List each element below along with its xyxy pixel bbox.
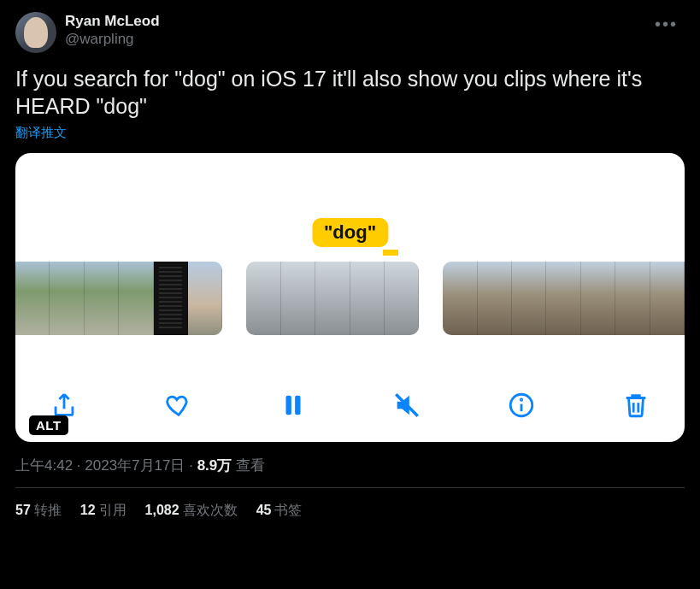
clip-frame (154, 262, 188, 335)
clip-frame (443, 262, 477, 335)
clip-frame (50, 262, 84, 335)
clip-frame (188, 262, 222, 335)
info-icon[interactable] (503, 387, 539, 423)
tweet-text: If you search for "dog" on iOS 17 it'll … (15, 65, 685, 120)
display-name: Ryan McLeod (65, 12, 160, 30)
clip-frame (615, 262, 650, 335)
clip-frame (281, 262, 315, 335)
stat-likes[interactable]: 1,082喜欢次数 (145, 502, 238, 520)
heart-icon[interactable] (161, 387, 197, 423)
clip-frame (85, 262, 119, 335)
translate-link[interactable]: 翻译推文 (15, 125, 67, 141)
clip-frame (119, 262, 153, 335)
pause-icon[interactable] (275, 387, 311, 423)
clip-frame (15, 262, 50, 335)
clip-frame (650, 262, 685, 335)
trash-icon[interactable] (618, 387, 654, 423)
tweet-container: Ryan McLeod @warpling ••• If you search … (0, 0, 700, 532)
clip-frame (512, 262, 546, 335)
mute-icon[interactable] (389, 387, 425, 423)
views-count: 8.9万 (197, 457, 232, 474)
divider (15, 487, 685, 488)
tweet-header: Ryan McLeod @warpling ••• (15, 12, 685, 53)
time[interactable]: 上午4:42 (15, 457, 73, 474)
clip-frame (581, 262, 615, 335)
stats-row: 57转推 12引用 1,082喜欢次数 45书签 (15, 502, 685, 520)
clip-frame (385, 262, 419, 335)
clip-timeline[interactable] (15, 260, 685, 337)
svg-point-5 (521, 399, 521, 400)
more-icon[interactable]: ••• (648, 12, 685, 36)
clip-group-2[interactable] (246, 262, 419, 335)
search-label-bubble: "dog" (312, 218, 388, 247)
stat-quotes[interactable]: 12引用 (80, 502, 126, 520)
clip-group-1[interactable] (15, 262, 222, 335)
svg-rect-1 (295, 396, 300, 415)
clip-frame (315, 262, 350, 335)
tweet-metadata: 上午4:42 · 2023年7月17日 · 8.9万 查看 (15, 456, 685, 475)
clip-frame (546, 262, 580, 335)
views-label: 查看 (232, 457, 265, 474)
avatar[interactable] (15, 12, 56, 53)
clip-frame (478, 262, 512, 335)
handle: @warpling (65, 30, 160, 48)
author-names[interactable]: Ryan McLeod @warpling (65, 12, 160, 49)
media-toolbar (15, 387, 685, 423)
stat-retweets[interactable]: 57转推 (15, 502, 62, 520)
stat-bookmarks[interactable]: 45书签 (256, 502, 303, 520)
date[interactable]: 2023年7月17日 (85, 457, 185, 474)
timeline-marker (383, 250, 398, 256)
media-card[interactable]: "dog" (15, 153, 685, 442)
clip-frame (246, 262, 280, 335)
svg-rect-0 (285, 396, 291, 415)
clip-frame (350, 262, 385, 335)
clip-group-3[interactable] (443, 262, 685, 335)
alt-badge[interactable]: ALT (29, 415, 68, 435)
